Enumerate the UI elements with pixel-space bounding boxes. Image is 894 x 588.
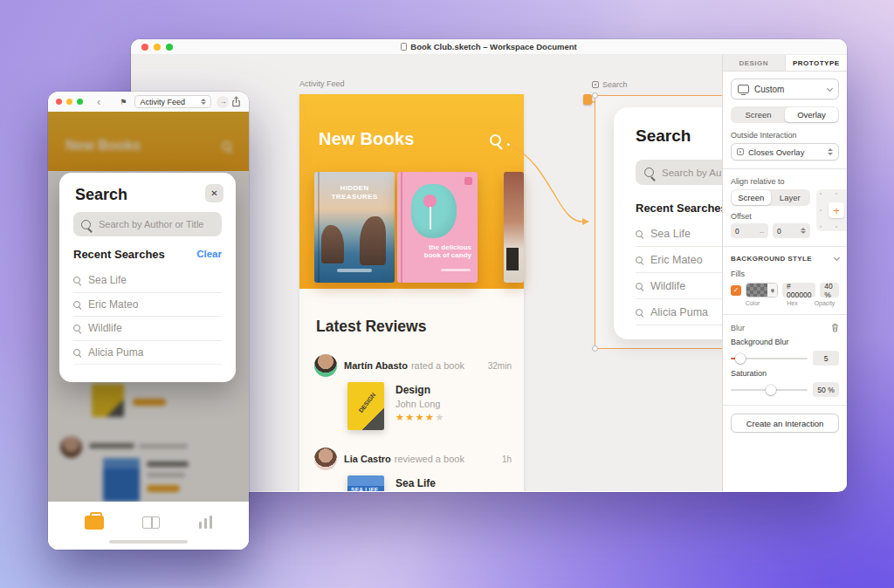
screen-select-dropdown[interactable]: Activity Feed	[134, 95, 211, 108]
offset-y-field[interactable]: 0	[773, 223, 810, 238]
slider-knob[interactable]	[766, 385, 776, 395]
tab-prototype[interactable]: PROTOTYPE	[786, 55, 848, 71]
align-segment: Screen Layer	[731, 189, 810, 206]
screen-overlay-segment: Screen Overlay	[731, 106, 839, 123]
avatar	[314, 448, 337, 470]
segment-screen[interactable]: Screen	[732, 107, 785, 122]
recent-search-item[interactable]: Alicia Puma	[636, 299, 722, 325]
screen-icon	[738, 85, 749, 93]
artboard-label-activity-feed[interactable]: Activity Feed	[299, 79, 345, 88]
close-overlay-button[interactable]: ✕	[205, 184, 224, 202]
recent-searches-title: Recent Searches	[73, 248, 165, 261]
search-icon	[73, 325, 80, 332]
artboard-activity-feed[interactable]: New Books HIDDEN TREASURES	[299, 94, 524, 491]
review-book-cover: SEA LIFE	[347, 475, 384, 491]
stepper-icon	[828, 148, 833, 155]
offset-x-field[interactable]: 0‥	[731, 223, 768, 238]
divider	[723, 246, 847, 247]
titlebar[interactable]: Book Club.sketch – Workspace Document	[131, 39, 847, 55]
hex-field[interactable]: # 000000	[782, 283, 815, 297]
background-blur-value[interactable]: 5	[813, 351, 839, 366]
tab-design[interactable]: DESIGN	[723, 55, 786, 71]
alignment-grid[interactable]: +	[816, 189, 847, 231]
recent-search-item[interactable]: Eric Mateo	[636, 247, 722, 273]
share-icon[interactable]	[231, 96, 241, 107]
selection-handle[interactable]	[592, 92, 598, 99]
fill-checkbox[interactable]: ✓	[731, 285, 741, 296]
selection-handle[interactable]	[592, 345, 598, 352]
preview-screen: New Books Search ✕ Search by Author or T…	[48, 112, 249, 550]
slider-knob[interactable]	[735, 353, 746, 364]
latest-reviews-section: Latest Reviews Martín Abasto rated a boo…	[299, 289, 524, 491]
overlay-flow-badge[interactable]	[583, 94, 592, 105]
window-controls	[56, 99, 83, 105]
back-button[interactable]: ‹	[97, 96, 100, 107]
divider	[723, 314, 847, 315]
color-picker-button[interactable]	[767, 284, 777, 297]
tab-library-book-icon[interactable]	[142, 516, 160, 529]
chevron-down-icon	[827, 85, 833, 91]
outside-interaction-dropdown[interactable]: Closes Overlay	[731, 143, 839, 161]
tab-activity-bag-icon[interactable]	[85, 516, 104, 530]
review-item: Martín Abasto rated a book 32min DESIGN …	[314, 354, 512, 430]
divider	[723, 168, 847, 169]
book-cover-delicious-candy: the delicious book of candy	[397, 172, 478, 283]
search-icon	[73, 349, 80, 356]
fills-label: Fills	[731, 270, 839, 278]
color-swatch-group	[746, 283, 778, 297]
artboard-search[interactable]: Search Search by Author or Title Recent …	[595, 95, 722, 349]
new-books-title: New Books	[319, 129, 415, 149]
create-interaction-button[interactable]: Create an Interaction	[731, 414, 839, 433]
align-relative-label: Align relative to	[731, 177, 839, 186]
artboard-label-search[interactable]: Search	[602, 80, 628, 89]
chevron-down-icon[interactable]	[834, 254, 840, 260]
saturation-value[interactable]: 50 %	[813, 382, 839, 397]
zoom-button[interactable]	[77, 99, 83, 105]
hex-label: Hex	[774, 300, 810, 306]
flag-icon[interactable]: ⚑	[120, 98, 127, 106]
align-center-plus[interactable]: +	[829, 202, 844, 218]
preview-toolbar[interactable]: ‹ ⚑ Activity Feed →	[48, 92, 249, 112]
outside-interaction-label: Outside Interaction	[731, 131, 839, 140]
segment-align-layer[interactable]: Layer	[771, 190, 810, 205]
color-swatch[interactable]	[746, 284, 767, 297]
offset-label: Offset	[731, 212, 810, 221]
home-indicator[interactable]	[109, 540, 188, 544]
segment-overlay[interactable]: Overlay	[785, 107, 838, 122]
artboard-label-search-row[interactable]: Search	[592, 80, 628, 89]
search-icon	[81, 220, 91, 229]
avatar	[314, 354, 337, 377]
search-icon[interactable]	[490, 134, 501, 146]
clear-button[interactable]: Clear	[196, 249, 222, 259]
recent-search-item[interactable]: Wildlife	[73, 317, 222, 341]
search-input[interactable]: Search by Author or Title	[636, 160, 722, 185]
overlay-icon	[592, 81, 599, 88]
recent-search-item[interactable]: Wildlife	[636, 273, 722, 299]
saturation-slider[interactable]	[731, 385, 808, 395]
recent-search-item[interactable]: Sea Life	[636, 221, 722, 247]
book-cover-hidden-treasures: HIDDEN TREASURES	[314, 172, 395, 283]
opacity-label: Opacity	[810, 300, 839, 306]
segment-align-screen[interactable]: Screen	[732, 190, 771, 205]
background-blur-slider[interactable]	[731, 353, 808, 364]
close-button[interactable]	[56, 99, 62, 105]
recent-search-item[interactable]: Alicia Puma	[73, 341, 222, 366]
color-label: Color	[731, 300, 774, 306]
search-icon	[636, 230, 643, 237]
saturation-label: Saturation	[731, 369, 839, 378]
recent-search-item[interactable]: Eric Mateo	[73, 293, 222, 318]
opacity-field[interactable]: 40 %	[820, 283, 839, 297]
review-book-cover: DESIGN	[347, 382, 384, 430]
search-icon	[644, 168, 654, 177]
forward-button[interactable]: →	[217, 96, 229, 108]
stepper-icon	[201, 99, 206, 106]
preset-dropdown[interactable]: Custom	[731, 79, 839, 99]
tab-stats-chart-icon[interactable]	[199, 516, 213, 529]
search-input[interactable]: Search by Author or Title	[73, 212, 222, 236]
trash-icon[interactable]	[831, 323, 839, 332]
minimize-button[interactable]	[66, 99, 72, 105]
preview-window: ‹ ⚑ Activity Feed → New Books	[48, 92, 249, 550]
book-cover-partial	[504, 172, 524, 283]
divider	[723, 405, 847, 406]
recent-search-item[interactable]: Sea Life	[73, 269, 222, 293]
